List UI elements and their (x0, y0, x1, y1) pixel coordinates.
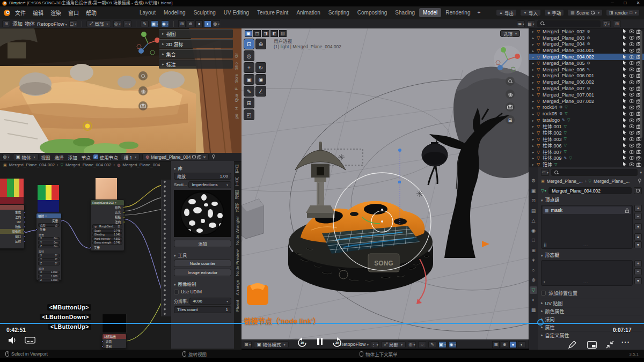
options-dropdown[interactable]: 选项 (500, 30, 520, 37)
rotation-field[interactable]: X0° (38, 254, 60, 257)
expand-arrow-icon[interactable]: ▸ (532, 106, 537, 109)
npanel-section[interactable]: 3D 游标 (159, 39, 233, 48)
axis-z-handle[interactable] (497, 65, 503, 70)
expand-arrow-icon[interactable]: ▸ (532, 144, 537, 147)
outliner-scrollbar[interactable] (640, 31, 642, 138)
back-arrow-icon[interactable]: ↖ (14, 1, 18, 6)
sidebar-tab[interactable]: 视图 (235, 190, 240, 199)
texture-coordinate-node[interactable]: 生成 法向 UV 物体 摄像机 窗口 (0, 204, 25, 249)
expand-arrow-icon[interactable]: ▸ (532, 68, 537, 71)
toggle-xray-icon[interactable]: ⊞ (178, 20, 186, 27)
group-output-socket[interactable]: 颜色 (91, 205, 124, 210)
outliner-row[interactable]: ▸ ▽ 柱体.009 ⚙ ✎ ▽ (529, 155, 644, 161)
shape-keys-list[interactable]: ▪ ⋯ (541, 260, 633, 286)
properties-tab[interactable]: ▣ (530, 187, 537, 195)
material-datablock[interactable]: ◍ Merged_Plane_004 × (142, 153, 209, 160)
object-name[interactable]: Merged_Plane_004.001 (543, 48, 594, 53)
hide-eye-icon[interactable] (628, 144, 635, 147)
more-menus-icon[interactable]: ⋮ (371, 341, 379, 348)
outliner-row[interactable]: ▸ ▽ rock04 ⚙ ✎ ▽ (529, 105, 644, 111)
scale-field[interactable]: Z1.000 (38, 279, 60, 283)
group-value-field[interactable]: Blending1.048 (92, 233, 122, 237)
properties-tab[interactable]: ▩ (530, 306, 537, 314)
expand-arrow-icon[interactable]: ▸ (532, 74, 537, 78)
workspace-tab[interactable]: Shading (391, 8, 419, 17)
transform-orientation-dropdown[interactable]: ⤢局部 (381, 341, 406, 348)
mode-icon-2[interactable]: ◫ (253, 30, 261, 37)
node-output-socket[interactable]: 反射 (0, 239, 24, 243)
sidebar-tab[interactable]: Gr (234, 53, 239, 58)
selectable-icon[interactable] (621, 48, 628, 53)
node-output-socket[interactable]: 窗口 (0, 234, 24, 239)
object-name[interactable]: Merged_Plane_006.002 (543, 79, 594, 85)
node-counter-button[interactable]: Node counter (174, 260, 231, 267)
outliner-row[interactable]: ▸ ▽ Merged_Plane_002 ⚙ ✎ ▽ (529, 28, 644, 35)
expand-arrow-icon[interactable]: ▸ (532, 119, 537, 122)
sidebar-tab[interactable]: 选项 (235, 203, 240, 212)
mapping-type-dropdown[interactable]: 类型:点 (38, 223, 60, 227)
outliner-row[interactable]: ▸ ▽ Merged_Plane_007.002 ⚙ ✎ ▽ (529, 98, 644, 105)
menu-item[interactable]: 选择 (55, 154, 64, 160)
toggle-xray-icon[interactable]: ⊞ (492, 341, 500, 348)
sidebar-tab[interactable]: 工具 (235, 178, 240, 186)
hide-eye-icon[interactable] (628, 112, 635, 116)
hide-eye-icon[interactable] (628, 74, 635, 78)
navigation-gizmo[interactable] (134, 29, 162, 57)
snap-magnet-icon[interactable]: ◎ (408, 341, 416, 348)
move-down-button[interactable]: ▾ (634, 241, 642, 248)
shape-key-specials-icon[interactable]: ▾ (634, 277, 642, 284)
axis-x-neg-handle[interactable] (137, 45, 141, 49)
selectable-icon[interactable] (621, 86, 628, 91)
skip-back-button[interactable]: 10 (297, 337, 308, 348)
note-pencil-button[interactable] (568, 340, 577, 349)
image-extractor-button[interactable]: Image extractor (174, 269, 231, 276)
axis-y-neg-handle[interactable] (150, 50, 155, 55)
workspace-tab[interactable]: Animation (292, 8, 324, 17)
remove-shape-key-button[interactable]: − (634, 268, 642, 275)
rendered-viewport[interactable]: 视图3D 游标集合标注 GrShoScreFQuaHpo (0, 28, 241, 153)
hide-eye-icon[interactable] (628, 93, 635, 97)
position-field[interactable]: Y0m (38, 241, 60, 245)
selectable-icon[interactable] (621, 42, 628, 47)
shading-solid-icon[interactable]: ● (509, 341, 517, 348)
object-name[interactable]: Merged_Plane_006 (543, 67, 585, 72)
selectable-icon[interactable] (621, 130, 628, 135)
workspace-tab[interactable]: Modeling (160, 8, 189, 17)
tiles-count-field[interactable]: Tiles count1 (174, 306, 231, 313)
outliner-row[interactable]: ▸ ▽ Merged_Plane_003 ⚙ ✎ ▽ (529, 35, 644, 41)
mini-player-button[interactable] (587, 341, 597, 349)
hide-eye-icon[interactable] (628, 55, 635, 59)
selectable-icon[interactable] (621, 61, 628, 65)
add-menu[interactable]: 添加 (12, 20, 23, 27)
measure-tool[interactable]: ∠ (255, 86, 266, 97)
outliner-row[interactable]: ▸ ▽ rock05 ⚙ ✎ ▽ (529, 110, 644, 117)
outliner-row[interactable]: ▸ ▽ 柱体.001 ⚙ ✎ ▽ (529, 123, 644, 130)
properties-tab[interactable]: ⚙ (530, 177, 537, 184)
panel-header[interactable]: 法向 (541, 315, 642, 323)
fake-user-shield-icon[interactable] (192, 155, 196, 159)
expand-arrow-icon[interactable]: ▸ (532, 80, 537, 84)
workspace-tab[interactable]: Rendering (442, 8, 474, 17)
selectable-icon[interactable] (621, 80, 628, 85)
object-name[interactable]: Merged_Plane_007 (543, 86, 585, 91)
expand-arrow-icon[interactable]: ▸ (532, 137, 537, 141)
transform-orientation-dropdown[interactable]: ⤢局部 (86, 20, 111, 27)
expand-arrow-icon[interactable]: ▸ (532, 124, 537, 128)
exit-fullscreen-button[interactable] (605, 340, 614, 349)
hide-eye-icon[interactable] (628, 124, 635, 128)
object-name[interactable]: Merged_Plane_007.001 (543, 92, 594, 98)
group-output-socket[interactable]: 法向 (91, 219, 124, 224)
shader-node-editor[interactable]: ◍ ▣物体 视图选择添加节点 ✓ 使用节点 槽 1 ◍ Merged_Plane… (0, 153, 241, 350)
volume-button[interactable] (8, 336, 18, 345)
hide-eye-icon[interactable] (628, 131, 635, 135)
outliner-row[interactable]: ▸ ▽ Merged_Plane_006.002 ⚙ ✎ ▽ (529, 79, 644, 85)
group-output-panel-sockets[interactable] (161, 180, 171, 316)
add-shape-key-button[interactable]: + (634, 260, 642, 267)
resize-dots-icon[interactable]: ⋯ (583, 243, 588, 248)
axis-z-handle[interactable] (138, 48, 144, 54)
expand-arrow-icon[interactable]: ▸ (532, 49, 537, 53)
selectable-icon[interactable] (621, 92, 628, 97)
object-name[interactable]: Merged_Plane_005 (543, 61, 585, 66)
lock-icon[interactable] (625, 208, 629, 213)
orange-cube[interactable] (247, 283, 268, 305)
